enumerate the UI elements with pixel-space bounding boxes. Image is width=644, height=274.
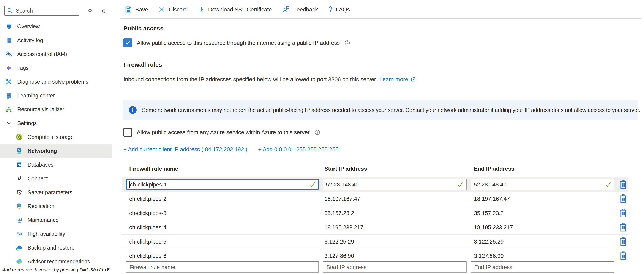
database-icon: DB: [15, 161, 23, 169]
sidebar-item-resource-visualizer[interactable]: Resource visualizer: [0, 102, 112, 116]
sidebar-item-networking[interactable]: Networking: [0, 144, 112, 158]
azure-services-checkbox-label: Allow public access from any Azure servi…: [137, 129, 310, 136]
sidebar-item-activity-log[interactable]: Activity log: [0, 33, 112, 47]
sidebar-group-settings[interactable]: Settings: [0, 116, 112, 130]
tools-icon: [5, 78, 13, 86]
sidebar-item-replication[interactable]: Replication: [0, 199, 112, 213]
download-ssl-certificate-button[interactable]: Download SSL Certificate: [198, 6, 272, 13]
new-start-ip-input[interactable]: [323, 261, 466, 273]
sidebar-item-label: High availability: [28, 231, 65, 237]
rule-name-field-editing[interactable]: ch-clickpipes-1: [126, 179, 319, 190]
delete-rule-button[interactable]: [618, 207, 628, 219]
feedback-label: Feedback: [293, 6, 318, 13]
sidebar-item-overview[interactable]: My Overview: [0, 20, 112, 33]
public-access-checkbox[interactable]: [124, 39, 132, 47]
discard-button[interactable]: Discard: [158, 6, 188, 13]
external-link-icon: [410, 77, 416, 82]
discard-label: Discard: [168, 6, 188, 13]
save-label: Save: [135, 6, 148, 13]
delete-rule-button[interactable]: [618, 193, 628, 204]
svg-text:101: 101: [7, 94, 10, 96]
chevron-down-icon: [5, 119, 13, 127]
sidebar-item-label: Learning center: [17, 93, 55, 99]
delete-rule-button[interactable]: [618, 179, 628, 190]
gear-icon: ⚙: [15, 188, 23, 196]
start-ip-cell: 35.157.23.2: [324, 210, 354, 216]
delete-rule-button[interactable]: [618, 236, 628, 247]
learning-book-icon: 101: [5, 92, 13, 99]
sidebar-item-high-availability[interactable]: High availability: [0, 227, 112, 241]
rule-name-cell: ch-clickpipes-2: [129, 196, 166, 202]
azure-services-checkbox-row: Allow public access from any Azure servi…: [124, 128, 320, 137]
firewall-description: Inbound connections from the IP addresse…: [124, 76, 416, 83]
svg-text:DB: DB: [18, 164, 21, 166]
resource-tree-icon: [5, 105, 13, 113]
sidebar-item-learning-center[interactable]: 101 Learning center: [0, 89, 112, 102]
sidebar-item-label: Maintenance: [28, 217, 58, 223]
question-mark-icon: ?: [328, 6, 332, 14]
table-row: ch-clickpipes-5 3.122.25.29 3.122.25.29: [122, 235, 628, 249]
sidebar-item-advisor[interactable]: Advisor recommendations: [0, 254, 112, 268]
search-box[interactable]: [4, 6, 79, 16]
svg-text:$: $: [18, 135, 20, 139]
column-header-start-ip: Start IP address: [324, 165, 367, 172]
text-caret: [129, 181, 130, 188]
sidebar-item-diagnose[interactable]: Diagnose and solve problems: [0, 75, 112, 89]
save-icon: [125, 6, 132, 13]
sidebar-item-label: Advisor recommendations: [28, 258, 90, 265]
firewall-description-text: Inbound connections from the IP addresse…: [124, 76, 377, 83]
sidebar-item-compute-storage[interactable]: $ Compute + storage: [0, 130, 112, 144]
sidebar-item-access-control[interactable]: Access control (IAM): [0, 47, 112, 61]
add-client-ip-link[interactable]: + Add current client IP address ( 84.172…: [124, 146, 247, 153]
new-rule-name-input[interactable]: [126, 261, 319, 273]
download-label: Download SSL Certificate: [208, 6, 272, 13]
info-banner: Some network environments may not report…: [122, 100, 638, 120]
azure-networking-page: « My Overview Activity log Access contro…: [0, 0, 644, 274]
info-icon[interactable]: [344, 40, 350, 46]
rule-name-cell: ch-clickpipes-5: [129, 238, 166, 245]
add-ip-links: + Add current client IP address ( 84.172…: [124, 146, 338, 153]
collapse-menu-icon[interactable]: «: [101, 7, 106, 15]
faqs-button[interactable]: ? FAQs: [328, 6, 350, 14]
globe-stand-icon: [15, 202, 23, 210]
tag-icon: [5, 64, 13, 72]
start-ip-cell: 18.195.233.217: [324, 224, 364, 231]
sidebar-item-connect[interactable]: Connect: [0, 172, 112, 185]
search-input[interactable]: [15, 7, 76, 14]
dual-monitor-sync-icon: [15, 230, 23, 238]
diamond-icon[interactable]: [87, 8, 93, 14]
sidebar-item-backup-restore[interactable]: Backup and restore: [0, 241, 112, 254]
sidebar-item-label: Activity log: [17, 37, 43, 44]
activity-log-icon: [5, 36, 13, 44]
info-filled-icon: [129, 106, 137, 114]
valid-check-icon: [309, 181, 316, 188]
valid-check-icon: [605, 181, 612, 188]
start-ip-field-editing[interactable]: 52.28.148.40: [323, 179, 466, 190]
add-all-range-link[interactable]: + Add 0.0.0.0 - 255.255.255.255: [258, 146, 338, 153]
delete-rule-button[interactable]: [618, 250, 628, 261]
cloud-restore-icon: [15, 244, 23, 251]
sidebar-nav: My Overview Activity log Access control …: [0, 20, 112, 268]
azure-services-checkbox[interactable]: [124, 128, 132, 137]
learn-more-link[interactable]: Learn more: [380, 76, 408, 83]
donut-chart-icon: $: [15, 133, 23, 141]
feedback-icon: [282, 6, 290, 14]
feedback-button[interactable]: Feedback: [282, 6, 318, 14]
sidebar-item-server-parameters[interactable]: ⚙ Server parameters: [0, 185, 112, 199]
public-access-checkbox-row: Allow public access to this resource thr…: [124, 39, 350, 47]
rule-name-value: ch-clickpipes-1: [130, 181, 167, 188]
delete-rule-button[interactable]: [618, 222, 628, 233]
firewall-rules-table: ch-clickpipes-2 18.197.167.47 18.197.167…: [122, 192, 628, 263]
end-ip-field-editing[interactable]: 52.28.148.40: [471, 179, 614, 190]
sidebar-item-tags[interactable]: Tags: [0, 61, 112, 75]
sidebar-item-databases[interactable]: DB Databases: [0, 158, 112, 172]
sidebar-item-maintenance[interactable]: Maintenance: [0, 213, 112, 227]
info-icon[interactable]: [314, 129, 320, 135]
sidebar-item-label: Networking: [28, 148, 57, 154]
save-button[interactable]: Save: [125, 6, 148, 13]
table-row: ch-clickpipes-3 35.157.23.2 35.157.23.2: [122, 206, 628, 220]
plug-icon: [15, 175, 23, 182]
new-end-ip-input[interactable]: [471, 261, 614, 273]
svg-text:My: My: [7, 26, 10, 28]
cloud-award-icon: [15, 257, 23, 265]
